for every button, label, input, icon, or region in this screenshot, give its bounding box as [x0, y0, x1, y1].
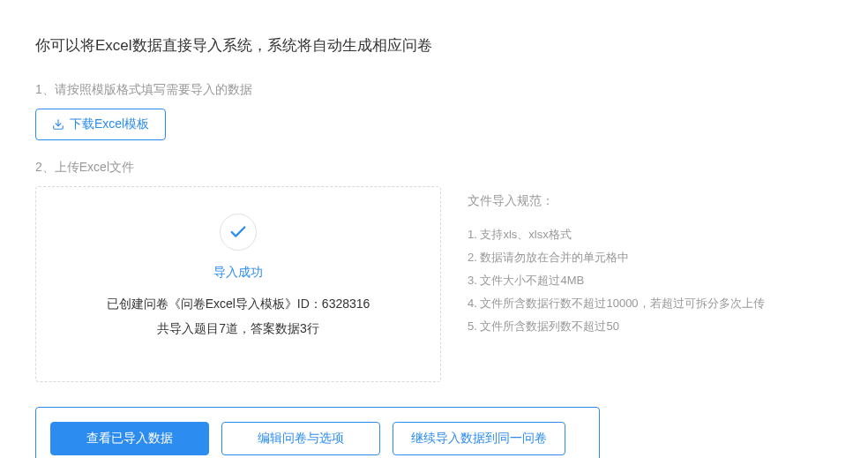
- rule-item: 5. 文件所含数据列数不超过50: [468, 315, 833, 338]
- download-template-label: 下载Excel模板: [70, 116, 149, 132]
- rule-item: 4. 文件所含数据行数不超过10000，若超过可拆分多次上传: [468, 292, 833, 315]
- view-imported-data-button[interactable]: 查看已导入数据: [50, 422, 209, 455]
- action-bar: 查看已导入数据 编辑问卷与选项 继续导入数据到同一问卷: [35, 407, 600, 458]
- step2-label: 2、上传Excel文件: [35, 160, 833, 176]
- step1-label: 1、请按照模版格式填写需要导入的数据: [35, 82, 833, 98]
- success-icon: [220, 214, 257, 251]
- rule-item: 1. 支持xls、xlsx格式: [468, 223, 833, 246]
- edit-survey-button[interactable]: 编辑问卷与选项: [221, 422, 380, 455]
- download-icon: [52, 118, 64, 131]
- content-row: 导入成功 已创建问卷《问卷Excel导入模板》ID：6328316 共导入题目7…: [35, 186, 833, 382]
- download-template-button[interactable]: 下载Excel模板: [35, 109, 166, 140]
- success-label: 导入成功: [213, 265, 263, 281]
- import-summary-line: 共导入题目7道，答案数据3行: [157, 321, 319, 337]
- import-rules-area: 文件导入规范： 1. 支持xls、xlsx格式 2. 数据请勿放在合并的单元格中…: [468, 186, 833, 382]
- rule-item: 2. 数据请勿放在合并的单元格中: [468, 246, 833, 269]
- upload-result-area: 导入成功 已创建问卷《问卷Excel导入模板》ID：6328316 共导入题目7…: [35, 186, 441, 382]
- page-title: 你可以将Excel数据直接导入系统，系统将自动生成相应问卷: [35, 35, 833, 56]
- rule-item: 3. 文件大小不超过4MB: [468, 269, 833, 292]
- rules-list: 1. 支持xls、xlsx格式 2. 数据请勿放在合并的单元格中 3. 文件大小…: [468, 223, 833, 338]
- continue-import-button[interactable]: 继续导入数据到同一问卷: [393, 422, 565, 455]
- rules-title: 文件导入规范：: [468, 193, 833, 209]
- created-survey-line: 已创建问卷《问卷Excel导入模板》ID：6328316: [107, 297, 370, 312]
